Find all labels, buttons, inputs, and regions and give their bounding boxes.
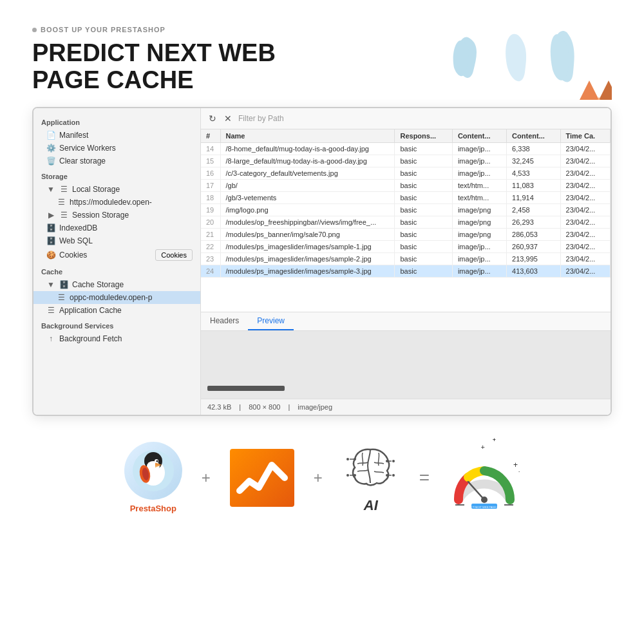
close-button[interactable]: ✕ xyxy=(223,112,233,125)
brain-logo-item: AI xyxy=(342,442,400,514)
col-num: # xyxy=(201,129,220,143)
col-content-type: Content... xyxy=(452,129,506,143)
cell-content-type: image/jp... xyxy=(452,142,506,155)
cell-response: basic xyxy=(395,252,452,265)
cell-content-type: text/htm... xyxy=(452,191,506,204)
cell-name: /8-home_default/mug-today-is-a-good-day.… xyxy=(220,142,395,155)
sidebar: Application 📄 Manifest ⚙️ Service Worker… xyxy=(33,108,201,415)
prestashop-logo-item: PrestaShop xyxy=(124,442,182,513)
preview-scrollbar[interactable] xyxy=(207,386,285,391)
logos-section: PrestaShop + + xyxy=(32,435,612,520)
prestashop-label: PrestaShop xyxy=(130,504,176,513)
cell-name: /modules/ps_imageslider/images/sample-2.… xyxy=(220,252,395,265)
data-table: # Name Respons... Content... Content... … xyxy=(201,129,611,312)
cell-content-length: 11,083 xyxy=(507,179,560,191)
table-row[interactable]: 24 /modules/ps_imageslider/images/sample… xyxy=(201,265,611,277)
cell-name: /modules/ps_banner/img/sale70.png xyxy=(220,228,395,240)
svg-marker-1 xyxy=(599,80,612,100)
cell-time: 23/04/2... xyxy=(560,155,610,167)
manifest-icon: 📄 xyxy=(46,131,55,140)
cookies-button[interactable]: Cookies xyxy=(155,249,193,261)
chart-logo-item xyxy=(230,449,294,507)
clear-storage-icon: 🗑️ xyxy=(46,156,55,166)
cell-name: /modules/ps_imageslider/images/sample-3.… xyxy=(220,265,395,277)
cell-response: basic xyxy=(395,216,452,228)
sidebar-item-cache-storage[interactable]: ▼ 🗄️ Cache Storage xyxy=(33,278,200,291)
app-cache-icon: ☰ xyxy=(46,306,55,315)
meta-separator-1: | xyxy=(239,403,241,411)
prestashop-bird-icon xyxy=(131,448,176,493)
cell-time: 23/04/2... xyxy=(560,216,610,228)
sidebar-item-indexed-db[interactable]: 🗄️ IndexedDB xyxy=(33,222,200,234)
svg-point-22 xyxy=(392,460,395,462)
decorative-leaves xyxy=(419,26,612,116)
cell-num: 22 xyxy=(201,240,220,252)
refresh-button[interactable]: ↻ xyxy=(207,112,218,125)
table-row[interactable]: 19 /img/logo.png basic image/png 2,458 2… xyxy=(201,204,611,216)
cell-response: basic xyxy=(395,265,452,277)
cell-time: 23/04/2... xyxy=(560,240,610,252)
background-fetch-icon: ↑ xyxy=(46,334,55,343)
cache-storage-icon: 🗄️ xyxy=(59,280,68,289)
table-row[interactable]: 22 /modules/ps_imageslider/images/sample… xyxy=(201,240,611,252)
sidebar-item-background-fetch[interactable]: ↑ Background Fetch xyxy=(33,332,200,345)
session-storage-icon: ☰ xyxy=(59,211,68,220)
table-row[interactable]: 17 /gb/ basic text/htm... 11,083 23/04/2… xyxy=(201,179,611,191)
local-storage-url-icon: ☰ xyxy=(57,198,66,207)
cell-num: 18 xyxy=(201,191,220,204)
speedometer-icon: PREDICT NEXT WEB PAGE CACHE + + xyxy=(449,455,520,513)
header-section: BOOST UP YOUR PRESTASHOP PREDICT NEXT WE… xyxy=(32,26,612,94)
table-row[interactable]: 20 /modules/op_freeshippingbar//views/im… xyxy=(201,216,611,228)
svg-text:+: + xyxy=(513,460,518,469)
cell-time: 23/04/2... xyxy=(560,252,610,265)
cell-name: /modules/op_freeshippingbar//views/img/f… xyxy=(220,216,395,228)
local-storage-expand-icon: ▼ xyxy=(46,185,55,194)
sidebar-section-cache: Cache xyxy=(33,263,200,278)
tab-preview[interactable]: Preview xyxy=(248,312,294,330)
sidebar-item-cookies[interactable]: 🍪 Cookies xyxy=(46,251,87,260)
service-workers-icon: ⚙️ xyxy=(46,144,55,153)
cell-content-type: image/png xyxy=(452,204,506,216)
sidebar-item-manifest[interactable]: 📄 Manifest xyxy=(33,129,200,142)
main-panel: ↻ ✕ Filter by Path # Name Respons... Con… xyxy=(201,108,611,415)
cell-content-length: 413,603 xyxy=(507,265,560,277)
equals-sign: = xyxy=(419,468,430,488)
cell-time: 23/04/2... xyxy=(560,204,610,216)
tab-headers[interactable]: Headers xyxy=(201,312,248,330)
col-response: Respons... xyxy=(395,129,452,143)
sidebar-section-background: Background Services xyxy=(33,317,200,332)
cell-name: /modules/ps_imageslider/images/sample-1.… xyxy=(220,240,395,252)
boost-text: BOOST UP YOUR PRESTASHOP xyxy=(41,26,166,33)
sidebar-item-session-storage[interactable]: ▶ ☰ Session Storage xyxy=(33,209,200,222)
local-storage-icon: ☰ xyxy=(59,185,68,194)
cell-name: /gb/3-vetements xyxy=(220,191,395,204)
cell-content-length: 32,245 xyxy=(507,155,560,167)
sidebar-item-clear-storage[interactable]: 🗑️ Clear storage xyxy=(33,155,200,167)
sidebar-item-service-workers[interactable]: ⚙️ Service Workers xyxy=(33,142,200,155)
speed-plus-2: + xyxy=(493,437,496,443)
svg-marker-0 xyxy=(580,80,599,100)
svg-text:+: + xyxy=(518,469,520,475)
table-row[interactable]: 14 /8-home_default/mug-today-is-a-good-d… xyxy=(201,142,611,155)
session-storage-expand-icon: ▶ xyxy=(46,211,55,220)
sidebar-item-local-storage-url[interactable]: ☰ https://moduledev.open- xyxy=(33,196,200,209)
sidebar-item-web-sql[interactable]: 🗄️ Web SQL xyxy=(33,234,200,247)
cell-content-type: image/jp... xyxy=(452,240,506,252)
sidebar-section-storage: Storage xyxy=(33,167,200,183)
table-row[interactable]: 18 /gb/3-vetements basic text/htm... 11,… xyxy=(201,191,611,204)
cell-response: basic xyxy=(395,204,452,216)
boost-dot xyxy=(32,28,37,32)
sidebar-item-cache-storage-url[interactable]: ☰ oppc-moduledev.open-p xyxy=(33,291,200,304)
table-row[interactable]: 21 /modules/ps_banner/img/sale70.png bas… xyxy=(201,228,611,240)
prestashop-logo xyxy=(124,442,182,500)
table-row[interactable]: 16 /c/3-category_default/vetements.jpg b… xyxy=(201,167,611,179)
table-row[interactable]: 23 /modules/ps_imageslider/images/sample… xyxy=(201,252,611,265)
speedometer-item: + + PREDICT NEXT xyxy=(449,443,520,513)
cell-num: 17 xyxy=(201,179,220,191)
sidebar-item-local-storage[interactable]: ▼ ☰ Local Storage xyxy=(33,183,200,196)
cell-num: 16 xyxy=(201,167,220,179)
cell-time: 23/04/2... xyxy=(560,265,610,277)
table-row[interactable]: 15 /8-large_default/mug-today-is-a-good-… xyxy=(201,155,611,167)
sidebar-item-application-cache[interactable]: ☰ Application Cache xyxy=(33,304,200,317)
cell-content-length: 6,338 xyxy=(507,142,560,155)
